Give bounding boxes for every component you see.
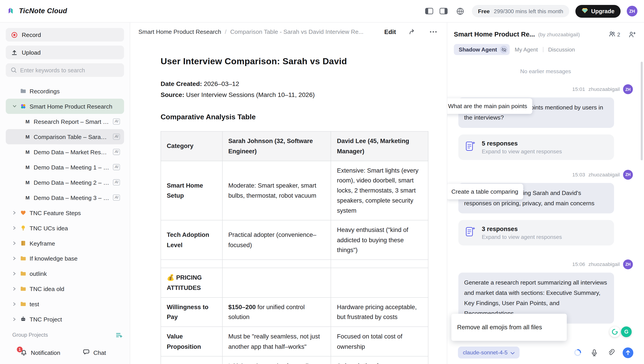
response-count: 5 responses: [482, 140, 562, 147]
folder-icon: [20, 255, 26, 262]
table-header-row: Category Sarah Johnson (32, Software Eng…: [161, 131, 428, 161]
notification-badge: 1: [17, 346, 22, 352]
tab-shadow-agent[interactable]: Shadow Agent: [454, 44, 510, 55]
ai-badge: AI: [113, 118, 120, 125]
breadcrumb-current: Comparison Table - Sarah vs David Interv…: [230, 29, 363, 35]
eye-off-icon[interactable]: [500, 46, 508, 54]
sidebar-item-demo-meeting-2[interactable]: M Demo Data – Meeting 2 – U... AI: [6, 175, 124, 190]
robot-icon: [20, 316, 26, 323]
assistant-widget-icon[interactable]: G: [621, 326, 632, 337]
folder-icon: [20, 88, 26, 94]
toggle-right-panel-icon[interactable]: [438, 6, 449, 17]
loading-spinner-icon: [572, 347, 583, 358]
message-time: 15:01: [572, 86, 585, 92]
app-logo[interactable]: TicNote Cloud: [6, 6, 67, 17]
highlight-overlay: What are the main pain points: [447, 98, 532, 114]
language-globe-icon[interactable]: [455, 6, 466, 17]
top-bar: TicNote Cloud Free 299/300 mins left thi…: [0, 0, 644, 23]
folder-icon: [20, 301, 26, 307]
user-avatar[interactable]: ZH: [627, 6, 638, 17]
record-button[interactable]: Record: [6, 28, 124, 42]
search-input[interactable]: [20, 67, 120, 73]
sidebar-item-keyframe[interactable]: Keyframe: [6, 236, 124, 251]
source-line: Source: User Interview Sessions (March 1…: [160, 89, 428, 101]
column-header: Category: [161, 131, 222, 161]
sidebar-item-comparison-table[interactable]: M Comparison Table – Sarah v... AI: [6, 129, 124, 144]
notification-button[interactable]: 1 Notification: [20, 349, 60, 356]
sidebar-item-smart-home-product-research[interactable]: Smart Home Product Research: [6, 99, 124, 114]
document-content[interactable]: User Interview Comparison: Sarah vs Davi…: [130, 41, 447, 364]
avatar: ZH: [623, 170, 633, 179]
sidebar-item-test[interactable]: test: [6, 296, 124, 312]
model-selector[interactable]: claude-sonnet-4-5: [458, 346, 520, 358]
plan-usage-pill[interactable]: Free 299/300 mins left this month: [472, 5, 569, 17]
sidebar-item-tnc-idea-old[interactable]: TNC idea old: [6, 281, 124, 296]
comparison-table: Category Sarah Johnson (32, Software Eng…: [160, 131, 428, 364]
response-count: 3 responses: [482, 225, 562, 232]
sidebar-item-outlink[interactable]: outlink: [6, 266, 124, 281]
breadcrumb-separator: /: [225, 29, 226, 35]
sidebar-item-tnc-project[interactable]: TNC Project: [6, 312, 124, 327]
column-header: Sarah Johnson (32, Software Engineer): [222, 131, 331, 161]
markdown-file-icon: M: [24, 119, 30, 124]
sidebar-item-demo-market-research[interactable]: M Demo Data – Market Resea... AI: [6, 144, 124, 160]
scrollbar-thumb[interactable]: [641, 62, 643, 160]
attachment-icon[interactable]: [606, 347, 616, 358]
tab-my-agent[interactable]: My Agent: [515, 47, 538, 53]
group-projects-section: Group Projects: [6, 327, 124, 340]
chevron-right-icon: [12, 257, 16, 260]
markdown-file-icon: M: [24, 149, 30, 155]
minutes-left-label: 299/300 mins left this month: [494, 8, 563, 14]
sidebar-item-tnc-ucs-idea[interactable]: TNC UCs idea: [6, 220, 124, 236]
invite-person-icon[interactable]: [627, 29, 638, 40]
avatar: ZH: [623, 259, 633, 269]
message-meta: 15:06 zhuozaabigail ZH: [458, 259, 633, 269]
plan-label: Free: [478, 8, 490, 14]
folder-icon: [20, 286, 26, 292]
sidebar-item-tnc-feature-steps[interactable]: TNC Feature Steps: [6, 205, 124, 221]
sidebar-item-if-knowledge-base[interactable]: If knowledge base: [6, 251, 124, 266]
ai-badge: AI: [113, 149, 120, 155]
upload-button[interactable]: Upload: [6, 46, 124, 59]
edit-button[interactable]: Edit: [384, 28, 396, 35]
response-expand-label: Expand to view agent responses: [482, 148, 562, 155]
breadcrumb-root[interactable]: Smart Home Product Research: [138, 29, 221, 35]
floating-note[interactable]: Remove all emojis from all files: [452, 313, 567, 340]
response-card[interactable]: 3 responses Expand to view agent respons…: [458, 220, 614, 245]
table-row: 💰 PRICING ATTITUDES: [161, 268, 428, 297]
sidebar-tree: Recordings Smart Home Product Research M…: [0, 79, 130, 344]
assistant-widget-icon[interactable]: [610, 326, 620, 337]
upgrade-button[interactable]: Upgrade: [576, 5, 621, 18]
chat-button[interactable]: Chat: [83, 349, 106, 356]
group-projects-manage-icon[interactable]: [116, 332, 122, 338]
send-button[interactable]: [622, 347, 633, 358]
chevron-right-icon: [12, 211, 16, 215]
more-menu-icon[interactable]: [428, 27, 439, 37]
sidebar-item-demo-meeting-1[interactable]: M Demo Data – Meeting 1 – U... AI: [6, 160, 124, 175]
notification-label: Notification: [31, 349, 60, 356]
member-count: 2: [617, 32, 620, 38]
bell-icon: 1: [20, 349, 27, 356]
ai-badge: AI: [113, 164, 120, 170]
microphone-icon[interactable]: [589, 347, 600, 358]
ai-badge: AI: [113, 195, 120, 201]
markdown-file-icon: M: [24, 195, 30, 201]
folder-icon: [20, 270, 26, 277]
highlight-overlay: Create a table comparing: [447, 184, 523, 200]
upgrade-label: Upgrade: [591, 8, 614, 14]
sidebar-item-research-report[interactable]: M Research Report – Smart H... AI: [6, 114, 124, 129]
agent-panel-title: Smart Home Product Re...: [454, 31, 535, 38]
sidebar-item-demo-meeting-3[interactable]: M Demo Data – Meeting 3 – In... AI: [6, 190, 124, 205]
members-button[interactable]: 2: [609, 31, 620, 38]
message-user: zhuozaabigail: [588, 172, 620, 178]
toggle-left-panel-icon[interactable]: [424, 6, 434, 17]
message-time: 15:03: [572, 172, 585, 178]
model-name: claude-sonnet-4-5: [463, 349, 508, 356]
response-card[interactable]: 5 responses Expand to view agent respons…: [458, 134, 614, 160]
chevron-right-icon: [12, 241, 16, 245]
share-icon[interactable]: [406, 27, 417, 37]
app-window: TicNote Cloud Free 299/300 mins left thi…: [0, 0, 644, 364]
sidebar-item-recordings[interactable]: Recordings: [6, 84, 124, 99]
tab-discussion[interactable]: Discussion: [548, 47, 575, 53]
table-row: Initial purchase price for quality Subsc…: [161, 356, 428, 364]
